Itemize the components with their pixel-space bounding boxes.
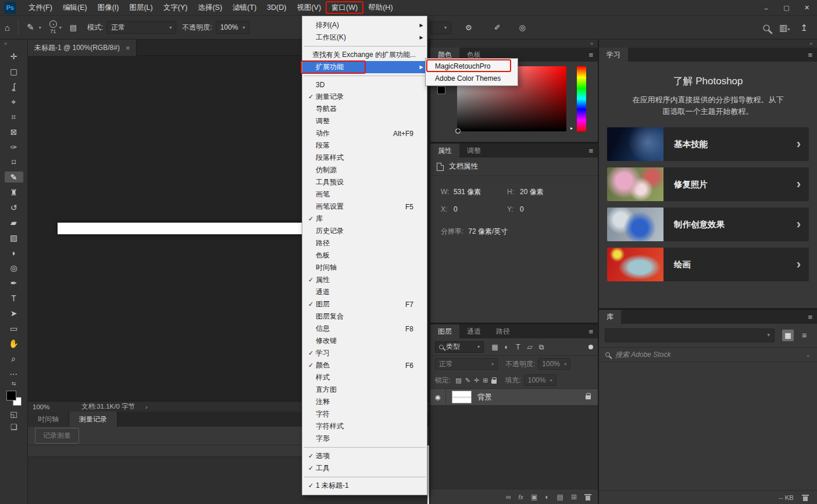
filter-toggle-icon[interactable] <box>588 345 593 349</box>
foreground-color-swatch[interactable] <box>6 391 16 401</box>
opacity-select[interactable]: 100% ▾ <box>216 21 249 34</box>
layer-thumbnail[interactable] <box>452 391 472 403</box>
window-menu-item-document-1[interactable]: ✓1 未标题-1 <box>302 480 427 492</box>
move-tool[interactable]: ✛ <box>5 51 23 62</box>
blend-mode-select[interactable]: 正常 ▾ <box>106 21 176 34</box>
learn-card-creative[interactable]: 制作创意效果› <box>607 208 809 241</box>
crop-tool[interactable]: ⌗ <box>5 111 23 122</box>
bottom-panel-tab-1[interactable]: 测量记录 <box>69 412 117 427</box>
window-menu-item-layer-comps[interactable]: 图层复合 <box>302 310 427 323</box>
delete-library-item-icon[interactable] <box>802 494 809 501</box>
lasso-tool[interactable]: ʆ <box>5 81 23 92</box>
add-layer-mask-icon[interactable]: ▣ <box>531 493 537 501</box>
window-menu-item-character-styles[interactable]: 字符样式 <box>302 420 427 432</box>
layer-filter-type-select[interactable]: 类型 ▾ <box>435 341 484 353</box>
edit-toolbar[interactable]: ⋯ <box>5 368 23 379</box>
window-menu-item-modifier-keys[interactable]: 修改键 <box>302 335 427 347</box>
learn-card-basic[interactable]: 基本技能› <box>607 127 809 161</box>
chevron-down-icon[interactable]: ▾ <box>59 25 62 30</box>
window-menu-item-tool-presets[interactable]: 工具预设 <box>302 176 427 188</box>
background-swatch[interactable] <box>437 86 445 94</box>
window-menu-item-styles[interactable]: 样式 <box>302 371 427 384</box>
lock-artboard-icon[interactable]: ⊞ <box>483 377 488 384</box>
window-menu-item-paths[interactable]: 路径 <box>302 237 427 249</box>
window-menu-item-arrange[interactable]: 排列(A)▶ <box>302 19 427 31</box>
shape-layer-filter-icon[interactable]: ▱ <box>524 343 536 351</box>
zoom-tool[interactable]: ⌕ <box>5 353 23 364</box>
close-button[interactable]: ✕ <box>797 0 817 16</box>
window-menu-item-character[interactable]: 字符 <box>302 408 427 420</box>
gradient-tool[interactable]: ▨ <box>5 232 23 243</box>
quick-selection-tool[interactable]: ⌖ <box>5 96 23 107</box>
close-tab-icon[interactable]: × <box>126 44 130 52</box>
panel-menu-icon[interactable]: ≡ <box>808 48 812 62</box>
workspace-switcher-icon[interactable]: ▥▾ <box>779 23 790 33</box>
window-menu-item-brush-settings[interactable]: 画笔设置F5 <box>302 201 427 213</box>
scrollbar[interactable] <box>427 445 429 504</box>
collapse-panel-icon[interactable]: » <box>0 40 27 48</box>
pixel-layer-filter-icon[interactable]: ▦ <box>489 343 501 351</box>
window-menu-item-learn[interactable]: ✓学习 <box>302 347 427 359</box>
airbrush-icon[interactable]: ◎ <box>519 23 526 32</box>
search-icon[interactable] <box>764 24 770 31</box>
toggle-brush-settings-icon[interactable]: ▤ <box>70 23 77 32</box>
menubar-item-image[interactable]: 图像(I) <box>92 0 124 15</box>
collapse-panels-icon[interactable]: » <box>430 40 598 48</box>
libraries-search-row[interactable]: 搜索 Adobe Stock ⌄ <box>599 347 817 362</box>
window-menu-item-notes[interactable]: 注释 <box>302 396 427 408</box>
layers-panel-tab-2[interactable]: 路径 <box>488 324 518 338</box>
menubar-item-window[interactable]: 窗口(W) <box>326 0 363 15</box>
eraser-tool[interactable]: ▰ <box>5 217 23 228</box>
layers-panel-tab-1[interactable]: 通道 <box>459 324 488 338</box>
document-tab[interactable]: 未标题-1 @ 100%(RGB/8#) × <box>28 40 137 56</box>
lock-transparency-icon[interactable]: ▨ <box>455 377 461 384</box>
properties-panel-tab-1[interactable]: 调整 <box>459 144 488 158</box>
panel-menu-icon[interactable]: ≡ <box>588 144 593 158</box>
window-menu-item-options[interactable]: ✓选项 <box>302 450 427 462</box>
window-menu-item-measurement-log[interactable]: ✓测量记录 <box>302 91 427 103</box>
pen-tool[interactable]: ✒ <box>5 277 23 288</box>
layer-blend-mode-select[interactable]: 正常 ▾ <box>435 358 498 370</box>
menubar-item-help[interactable]: 帮助(H) <box>363 0 398 15</box>
window-menu-item-clone-source[interactable]: 仿制源 <box>302 164 427 176</box>
frame-tool[interactable]: ⊠ <box>5 126 23 137</box>
menubar-item-type[interactable]: 文字(Y) <box>158 0 193 15</box>
panel-menu-icon[interactable]: ≡ <box>588 324 593 338</box>
home-icon[interactable]: ⌂ <box>5 23 10 33</box>
library-select[interactable] <box>605 328 775 342</box>
panel-menu-icon[interactable]: ≡ <box>808 310 812 324</box>
window-menu-item-brushes[interactable]: 画笔 <box>302 188 427 201</box>
window-menu-item-find-extensions-on-exchange[interactable]: 查找有关 Exchange 的扩展功能... <box>302 49 427 61</box>
window-menu-item-actions[interactable]: 动作Alt+F9 <box>302 127 427 140</box>
menubar-item-layer[interactable]: 图层(L) <box>124 0 158 15</box>
menubar-item-filter[interactable]: 滤镜(T) <box>227 0 262 15</box>
libraries-panel-tab[interactable]: 库 <box>599 310 621 324</box>
window-menu-item-timeline[interactable]: 时间轴 <box>302 262 427 274</box>
layer-row-background[interactable]: ◉ 背景 <box>430 388 598 406</box>
window-menu-item-properties[interactable]: ✓属性 <box>302 274 427 286</box>
gear-icon[interactable]: ⚙ <box>465 23 472 32</box>
rectangle-tool[interactable]: ▭ <box>5 323 23 334</box>
quick-mask-icon[interactable]: ◱ <box>10 410 17 419</box>
new-group-icon[interactable]: ▤ <box>557 493 563 501</box>
submenu-item-magic-retouch-pro[interactable]: MagicRetouchPro <box>426 60 518 72</box>
window-menu-item-navigator[interactable]: 导航器 <box>302 103 427 115</box>
lock-pixels-icon[interactable]: ✎ <box>465 377 470 384</box>
collapse-panels-icon[interactable]: » <box>599 40 817 48</box>
minimize-button[interactable]: – <box>756 0 776 16</box>
window-menu-item-info[interactable]: 信息F8 <box>302 323 427 335</box>
layer-style-icon[interactable]: fx <box>518 494 523 501</box>
window-menu-item-swatches[interactable]: 色板 <box>302 249 427 262</box>
hand-tool[interactable]: ✋ <box>5 338 23 349</box>
menubar-item-3d[interactable]: 3D(D) <box>262 0 291 15</box>
window-menu-item-adjustments[interactable]: 调整 <box>302 115 427 127</box>
menubar-item-view[interactable]: 视图(V) <box>291 0 326 15</box>
link-layers-icon[interactable]: ∞ <box>506 493 511 501</box>
menubar-item-file[interactable]: 文件(F) <box>23 0 58 15</box>
new-adjustment-layer-icon[interactable]: ◐ <box>545 493 549 501</box>
window-menu-item-histogram[interactable]: 直方图 <box>302 384 427 396</box>
rectangular-marquee-tool[interactable]: ▢ <box>5 66 23 77</box>
submenu-item-adobe-color-themes[interactable]: Adobe Color Themes <box>426 72 518 84</box>
screen-mode-icon[interactable]: ❏ <box>10 423 17 431</box>
window-menu-item-libraries[interactable]: ✓库 <box>302 213 427 225</box>
